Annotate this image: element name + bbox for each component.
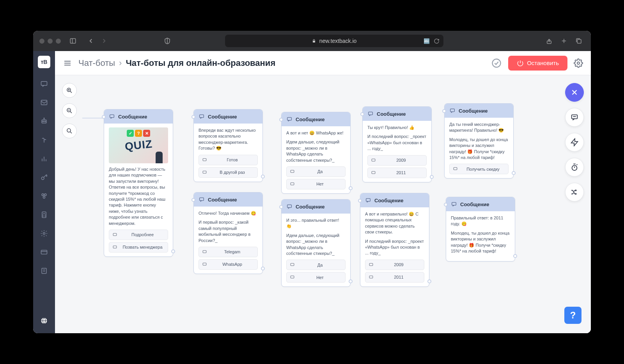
sidebar-globe-icon[interactable] xyxy=(36,313,52,329)
flow-node-8[interactable]: Сообщение Да ты гений мессенджер-маркети… xyxy=(444,103,514,178)
sidebar-chats-icon[interactable] xyxy=(36,76,52,92)
node-button-ready[interactable]: Готов xyxy=(199,155,258,165)
maximize-window-icon[interactable] xyxy=(56,39,61,44)
node-button-telegram[interactable]: Telegam xyxy=(199,247,258,257)
flow-node-1[interactable]: Сообщение ✓ ? ✕ QUIZ Добрый день! xyxy=(104,109,173,257)
add-random-button[interactable] xyxy=(565,183,584,201)
breadcrumb-root[interactable]: Чат-боты xyxy=(78,58,115,68)
node-input-port[interactable] xyxy=(444,203,448,207)
translate-icon[interactable]: 🔤 xyxy=(424,38,430,44)
new-tab-icon[interactable] xyxy=(558,35,570,47)
sidebar-users-icon[interactable] xyxy=(36,188,52,204)
flow-node-7[interactable]: Сообщение А вот и неправильно! 😄 С помощ… xyxy=(360,193,429,287)
node-button-2009[interactable]: 2009 xyxy=(365,260,424,270)
zoom-out-button[interactable] xyxy=(62,103,77,118)
flow-node-2[interactable]: Сообщение Впереди вас ждут несколько воп… xyxy=(193,109,263,182)
app-logo[interactable]: тВ xyxy=(38,56,50,68)
lock-icon xyxy=(312,39,316,43)
shield-icon[interactable] xyxy=(161,35,173,47)
node-output-port[interactable] xyxy=(261,267,265,270)
node-output-port[interactable] xyxy=(513,254,517,258)
node-input-port[interactable] xyxy=(102,115,106,119)
node-output-port[interactable] xyxy=(427,279,431,283)
node-button-later[interactable]: В другой раз xyxy=(199,167,258,178)
node-output-port[interactable] xyxy=(261,175,265,178)
svg-rect-23 xyxy=(42,212,46,218)
help-button[interactable]: ? xyxy=(564,307,581,324)
minimize-window-icon[interactable] xyxy=(48,39,53,44)
node-input-port[interactable] xyxy=(191,115,195,119)
node-button-discount[interactable]: Получить скидку xyxy=(449,164,509,174)
node-button-more[interactable]: Подробнее xyxy=(109,230,168,240)
zoom-in-button[interactable] xyxy=(62,83,77,98)
share-icon[interactable] xyxy=(543,35,555,47)
sidebar-growth-icon[interactable] xyxy=(36,132,52,148)
node-button-2011[interactable]: 2011 xyxy=(365,272,424,283)
flow-node-5[interactable]: Сообщение И это... правильный ответ! 👏 И… xyxy=(281,199,351,287)
sidebar-inbox-icon[interactable] xyxy=(36,95,52,110)
node-button-2011[interactable]: 2011 xyxy=(367,168,427,178)
svg-rect-64 xyxy=(113,246,117,248)
forward-button[interactable] xyxy=(98,35,110,47)
node-input-port[interactable] xyxy=(279,118,283,122)
svg-rect-79 xyxy=(372,171,375,173)
node-button-no[interactable]: Нет xyxy=(286,179,346,189)
node-text: Добрый день! У нас новость для наших под… xyxy=(109,166,168,226)
svg-rect-3 xyxy=(313,41,315,43)
node-output-port[interactable] xyxy=(171,249,175,253)
check-circle-icon[interactable] xyxy=(491,58,502,69)
window-controls[interactable] xyxy=(39,39,61,44)
back-button[interactable] xyxy=(85,35,97,47)
node-button-whatsapp[interactable]: WhatsApp xyxy=(199,259,258,270)
svg-rect-63 xyxy=(113,233,117,236)
tabs-icon[interactable] xyxy=(573,35,585,47)
node-output-port[interactable] xyxy=(349,279,353,283)
flow-canvas[interactable]: ? xyxy=(55,75,591,333)
svg-rect-80 xyxy=(366,198,370,201)
node-button-yes[interactable]: Да xyxy=(286,260,346,270)
svg-point-51 xyxy=(67,129,71,132)
node-button-manager[interactable]: Позвать менеджера xyxy=(109,242,168,253)
close-window-icon[interactable] xyxy=(39,39,44,44)
svg-point-27 xyxy=(43,216,43,217)
node-button-2009[interactable]: 2009 xyxy=(367,155,427,166)
svg-rect-78 xyxy=(372,159,375,161)
stop-button[interactable]: Остановить xyxy=(508,56,567,71)
sidebar-bot-icon[interactable] xyxy=(36,113,52,129)
reload-icon[interactable] xyxy=(434,38,440,44)
add-delay-button[interactable] xyxy=(565,158,584,177)
flow-node-9[interactable]: Сообщение Правильный ответ: в 2011 году.… xyxy=(446,197,515,262)
svg-rect-73 xyxy=(291,183,294,185)
page-title: Чат-боты для онлайн-образования xyxy=(126,58,275,68)
right-toolbar xyxy=(565,83,584,201)
node-input-port[interactable] xyxy=(442,109,446,113)
add-action-button[interactable] xyxy=(565,133,584,152)
flow-node-4[interactable]: Сообщение А вот и нет 😄 WhatsApp же! Иде… xyxy=(281,112,351,194)
node-output-port[interactable] xyxy=(512,171,516,175)
gear-icon[interactable] xyxy=(574,58,583,68)
close-panel-button[interactable] xyxy=(565,83,584,102)
node-input-port[interactable] xyxy=(360,112,364,116)
sidebar-keys-icon[interactable] xyxy=(36,170,52,185)
node-button-no[interactable]: Нет xyxy=(286,272,346,283)
node-output-port[interactable] xyxy=(430,175,434,179)
sidebar-docs-icon[interactable] xyxy=(36,263,52,279)
sidebar-calculator-icon[interactable] xyxy=(36,207,52,223)
sidebar-settings-icon[interactable] xyxy=(36,226,52,241)
sidebar-toggle-icon[interactable] xyxy=(67,35,79,47)
flow-node-3[interactable]: Сообщение Отлично! Тогда начинаем 😋 И пе… xyxy=(193,192,263,274)
svg-rect-70 xyxy=(203,263,206,265)
node-button-yes[interactable]: Да xyxy=(286,166,346,177)
address-bar[interactable]: new.textback.io 🔤 xyxy=(225,35,443,47)
zoom-reset-button[interactable] xyxy=(62,124,77,138)
svg-point-43 xyxy=(577,62,580,64)
flow-node-6[interactable]: Сообщение Ты крут! Правильно! 👍 И послед… xyxy=(362,106,432,182)
sidebar-card-icon[interactable] xyxy=(36,244,52,260)
node-input-port[interactable] xyxy=(191,198,195,202)
sidebar-analytics-icon[interactable] xyxy=(36,151,52,166)
node-output-port[interactable] xyxy=(349,186,353,190)
menu-icon[interactable] xyxy=(63,58,72,68)
node-input-port[interactable] xyxy=(358,199,362,203)
add-message-button[interactable] xyxy=(565,108,584,127)
node-input-port[interactable] xyxy=(279,205,283,209)
